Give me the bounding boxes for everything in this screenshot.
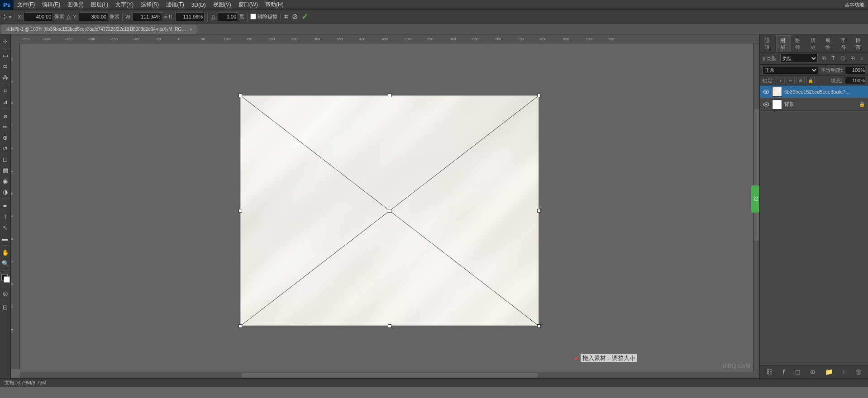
layer-filter-btn[interactable]: ⊞ bbox=[820, 54, 828, 62]
svg-text:600: 600 bbox=[450, 37, 456, 41]
gradient-tool-btn[interactable]: ▦ bbox=[0, 165, 10, 175]
dodge-tool-btn[interactable]: ◑ bbox=[0, 187, 10, 197]
panel-tab-properties[interactable]: 属性 bbox=[821, 35, 837, 52]
menu-filter[interactable]: 滤镜(T) bbox=[162, 0, 187, 9]
new-adj-layer-btn[interactable]: ⊕ bbox=[808, 367, 817, 376]
layer-filter-select[interactable]: 类型 bbox=[780, 54, 818, 63]
panel-tab-channels[interactable]: 通道 bbox=[761, 35, 776, 52]
add-style-btn[interactable]: ƒ bbox=[780, 367, 787, 376]
clone-tool-btn[interactable]: ⊕ bbox=[0, 133, 10, 142]
svg-text:450: 450 bbox=[382, 37, 388, 41]
y-input[interactable] bbox=[79, 12, 108, 21]
confirm-transform-btn[interactable]: ✓ bbox=[300, 12, 309, 22]
svg-text:500: 500 bbox=[405, 37, 411, 41]
lock-position-btn[interactable]: ⊕ bbox=[796, 77, 805, 84]
toolbar-separator-7 bbox=[1, 286, 10, 286]
new-layer-btn[interactable]: + bbox=[840, 367, 848, 376]
x-unit: 像素 bbox=[54, 13, 64, 20]
healing-tool-btn[interactable]: ⌀ bbox=[0, 111, 10, 121]
hand-tool-btn[interactable]: ✋ bbox=[0, 247, 10, 257]
svg-text:2: 2 bbox=[11, 147, 14, 150]
layer-eye-1[interactable] bbox=[763, 88, 770, 95]
cancel-transform-btn[interactable]: ⊘ bbox=[291, 12, 299, 21]
panel-tab-paragraph[interactable]: 段落 bbox=[852, 35, 867, 52]
crop-tool-btn[interactable]: ⌗ bbox=[0, 86, 10, 96]
menu-edit[interactable]: 编辑(E) bbox=[38, 0, 64, 9]
snap-checkbox[interactable] bbox=[250, 14, 256, 19]
menu-layer[interactable]: 图层(L) bbox=[87, 0, 112, 9]
panel-tab-history[interactable]: 历史 bbox=[806, 35, 822, 52]
quick-mask-btn[interactable]: ◎ bbox=[0, 288, 10, 298]
layer-eye-2[interactable] bbox=[763, 101, 770, 108]
lock-paint-btn[interactable]: ✏ bbox=[787, 77, 795, 84]
menu-file[interactable]: 文件(F) bbox=[14, 0, 38, 9]
zoom-tool-btn[interactable]: 🔍 bbox=[0, 258, 10, 268]
pen-tool-btn[interactable]: ✒ bbox=[0, 201, 10, 211]
text-tool-btn[interactable]: T bbox=[0, 212, 10, 222]
svg-text:850: 850 bbox=[563, 37, 569, 41]
foreground-color[interactable] bbox=[0, 273, 10, 283]
layer-filter-text-btn[interactable]: T bbox=[830, 54, 836, 62]
rect-select-tool-btn[interactable]: ▭ bbox=[0, 50, 10, 60]
history-brush-btn[interactable]: ↺ bbox=[0, 143, 10, 153]
warp-icon[interactable]: ⌗ bbox=[283, 13, 289, 21]
layer-filter-toggle[interactable]: ○ bbox=[858, 54, 865, 62]
blend-mode-select[interactable]: 正常 溶解 变暗 正片叠底 bbox=[763, 66, 818, 74]
shape-tool-btn[interactable]: ▬ bbox=[0, 233, 10, 243]
lock-pixels-btn[interactable]: ▪ bbox=[777, 77, 785, 84]
tab-label: 未标题-1 @ 100% (6b36bec152bcd5cee3bafc7477… bbox=[6, 26, 187, 33]
options-bar: ⊹ ⌖ X: 像素 △ Y: 像素 W: ∞ H: △ 度 消除锯齿 ⌗ ⊘ ✓ bbox=[0, 10, 868, 24]
w-input[interactable] bbox=[133, 12, 162, 21]
eraser-tool-btn[interactable]: ◻ bbox=[0, 154, 10, 164]
screen-mode-btn[interactable]: ⊡ bbox=[0, 302, 10, 312]
magic-wand-tool-btn[interactable]: ⁂ bbox=[0, 72, 10, 82]
opacity-input[interactable] bbox=[845, 66, 865, 74]
panel-tab-paths[interactable]: 路径 bbox=[791, 35, 806, 52]
document-tab[interactable]: 未标题-1 @ 100% (6b36bec152bcd5cee3bafc7477… bbox=[1, 24, 197, 34]
svg-text:-250: -250 bbox=[65, 37, 73, 41]
layer-item-2[interactable]: 背景 🔒 bbox=[760, 98, 868, 111]
menu-view[interactable]: 视图(V) bbox=[210, 0, 235, 9]
right-panel: 通道 图层 路径 历史 属性 字符 段落 p 类型 类型 ⊞ T ⬡ ⊞ ○ 正… bbox=[759, 34, 868, 378]
y-unit: 像素 bbox=[110, 13, 119, 20]
svg-text:250: 250 bbox=[291, 37, 298, 41]
layer-filter-mode-btn[interactable]: ⊞ bbox=[849, 54, 857, 62]
blur-tool-btn[interactable]: ◉ bbox=[0, 176, 10, 186]
lock-all-btn[interactable]: 🔒 bbox=[806, 77, 815, 84]
panel-tab-character[interactable]: 字符 bbox=[837, 35, 852, 52]
menu-3d[interactable]: 3D(D) bbox=[188, 0, 210, 9]
menu-text[interactable]: 文字(Y) bbox=[112, 0, 137, 9]
svg-text:0: 0 bbox=[178, 37, 181, 41]
fill-input[interactable] bbox=[845, 77, 865, 84]
move-tool-btn[interactable]: ⊹ bbox=[0, 36, 10, 46]
tab-close-btn[interactable]: × bbox=[190, 27, 192, 32]
menu-window[interactable]: 窗口(W) bbox=[235, 0, 262, 9]
link-layers-btn[interactable]: ⛓ bbox=[764, 367, 774, 376]
x-input[interactable] bbox=[24, 12, 53, 21]
side-expand-btn[interactable]: 22 bbox=[751, 185, 759, 213]
add-mask-btn[interactable]: ◻ bbox=[793, 367, 802, 376]
brush-tool-btn[interactable]: ✏ bbox=[0, 122, 10, 132]
path-select-btn[interactable]: ↖ bbox=[0, 223, 10, 232]
x-label: X: bbox=[18, 14, 22, 19]
layer-item-1[interactable]: 6b36bec152bcd5cee3bafc7... bbox=[760, 85, 868, 98]
ruler-top: -350 -300 -250 -200 -150 -100 -50 0 50 1… bbox=[20, 34, 759, 43]
silk-image bbox=[240, 95, 539, 326]
delete-layer-btn[interactable]: 🗑 bbox=[854, 367, 863, 376]
h-input[interactable] bbox=[175, 12, 205, 21]
lasso-tool-btn[interactable]: ⊂ bbox=[0, 61, 10, 71]
new-group-btn[interactable]: 📁 bbox=[823, 367, 835, 376]
menu-image[interactable]: 图像(I) bbox=[64, 0, 87, 9]
toolbar-separator-8 bbox=[1, 300, 10, 300]
panel-tab-layers[interactable]: 图层 bbox=[776, 35, 792, 52]
svg-text:-300: -300 bbox=[43, 37, 50, 41]
svg-text:8: 8 bbox=[11, 283, 14, 285]
eyedropper-tool-btn[interactable]: ⊿ bbox=[0, 97, 10, 107]
menu-help[interactable]: 帮助(H) bbox=[262, 0, 287, 9]
layer-thumb-1 bbox=[772, 87, 782, 97]
rotate-input[interactable] bbox=[218, 12, 238, 21]
layer-filter-effect-btn[interactable]: ⬡ bbox=[839, 54, 847, 62]
menu-select[interactable]: 选择(S) bbox=[137, 0, 162, 9]
status-bar: 文档: 8.79M/8.79M bbox=[0, 378, 868, 387]
horizontal-scrollbar[interactable] bbox=[20, 372, 759, 378]
